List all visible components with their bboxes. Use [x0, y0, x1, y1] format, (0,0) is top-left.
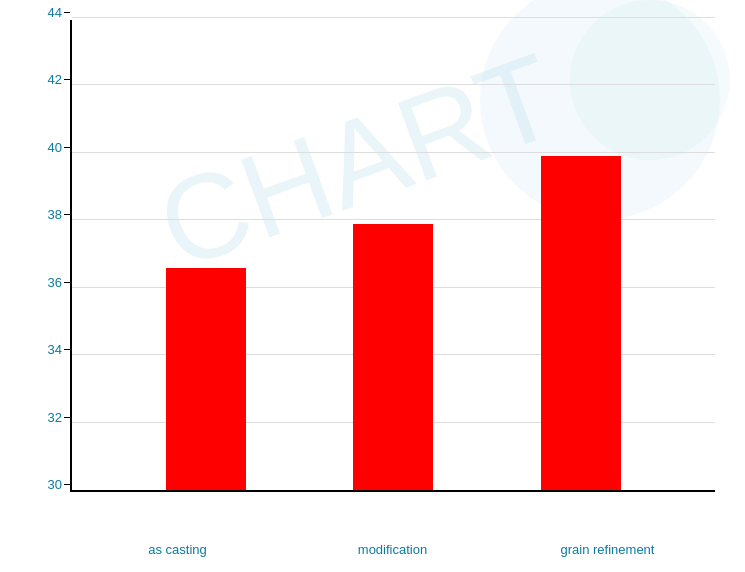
x-axis-label: modification — [333, 542, 453, 557]
grid-line — [72, 17, 715, 18]
y-tick-label: 38 — [48, 207, 70, 222]
y-tick-label: 32 — [48, 410, 70, 425]
y-tick-label: 36 — [48, 275, 70, 290]
bar — [166, 268, 246, 491]
y-axis-ticks: 3032343638404244 — [0, 20, 70, 492]
chart-plot-area — [70, 20, 715, 492]
bar-group — [541, 156, 621, 490]
x-axis-label: grain refinement — [548, 542, 668, 557]
y-tick-label: 30 — [48, 477, 70, 492]
bars-container — [72, 20, 715, 490]
bar — [353, 224, 433, 490]
x-axis-labels: as castingmodificationgrain refinement — [70, 542, 715, 557]
y-tick-label: 34 — [48, 342, 70, 357]
x-axis-label: as casting — [118, 542, 238, 557]
y-tick-label: 44 — [48, 5, 70, 20]
y-tick-label: 42 — [48, 72, 70, 87]
chart-container: CHART 3032343638404244 as castingmodific… — [0, 0, 745, 572]
bar — [541, 156, 621, 490]
y-tick-label: 40 — [48, 140, 70, 155]
bar-group — [166, 268, 246, 491]
bar-group — [353, 224, 433, 490]
